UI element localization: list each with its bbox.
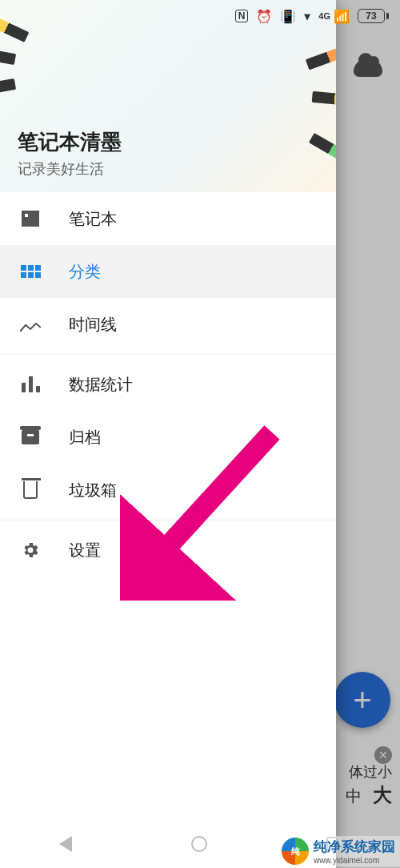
menu-item-timeline[interactable]: 时间线	[0, 298, 336, 351]
menu-label: 数据统计	[69, 374, 133, 396]
nfc-icon: N	[235, 10, 249, 22]
status-bar: N ⏰ 📳 ▾ 4G 📶 73	[0, 0, 400, 32]
watermark-url: www.yidaimei.com	[314, 856, 395, 865]
watermark-logo-icon: 纯	[282, 838, 309, 865]
svg-line-0	[144, 432, 272, 573]
menu-label: 分类	[69, 261, 101, 283]
signal-icon: 📶	[334, 9, 350, 24]
settings-gear-icon	[19, 539, 42, 561]
divider	[0, 354, 336, 355]
wifi-icon: ▾	[304, 9, 310, 24]
menu-label: 垃圾箱	[69, 480, 117, 501]
menu-label: 时间线	[69, 314, 117, 336]
menu-label: 归档	[69, 427, 101, 448]
timeline-icon	[19, 313, 42, 336]
menu-label: 设置	[69, 540, 101, 561]
menu-item-notebook[interactable]: 笔记本	[0, 192, 336, 245]
battery-indicator: 73	[358, 9, 389, 23]
app-subtitle: 记录美好生活	[18, 159, 336, 179]
watermark: 纯 纯净系统家园 www.yidaimei.com	[277, 836, 400, 866]
alarm-icon: ⏰	[256, 9, 272, 24]
stats-icon	[19, 373, 42, 396]
network-label: 4G	[318, 11, 330, 21]
nav-back-icon[interactable]	[59, 836, 72, 852]
menu-item-category[interactable]: 分类	[0, 245, 336, 298]
battery-level: 73	[358, 9, 385, 23]
trash-icon	[19, 479, 42, 501]
category-grid-icon	[19, 260, 42, 283]
watermark-brand: 纯净系统家园	[314, 838, 395, 856]
menu-item-stats[interactable]: 数据统计	[0, 358, 336, 411]
nav-home-icon[interactable]	[191, 836, 207, 852]
app-title: 笔记本清墨	[18, 128, 336, 156]
scrim-overlay[interactable]	[336, 0, 400, 868]
notebook-icon	[19, 207, 42, 230]
archive-icon	[19, 426, 42, 448]
vibrate-icon: 📳	[280, 9, 296, 24]
annotation-arrow	[120, 424, 296, 601]
menu-label: 笔记本	[69, 208, 117, 230]
